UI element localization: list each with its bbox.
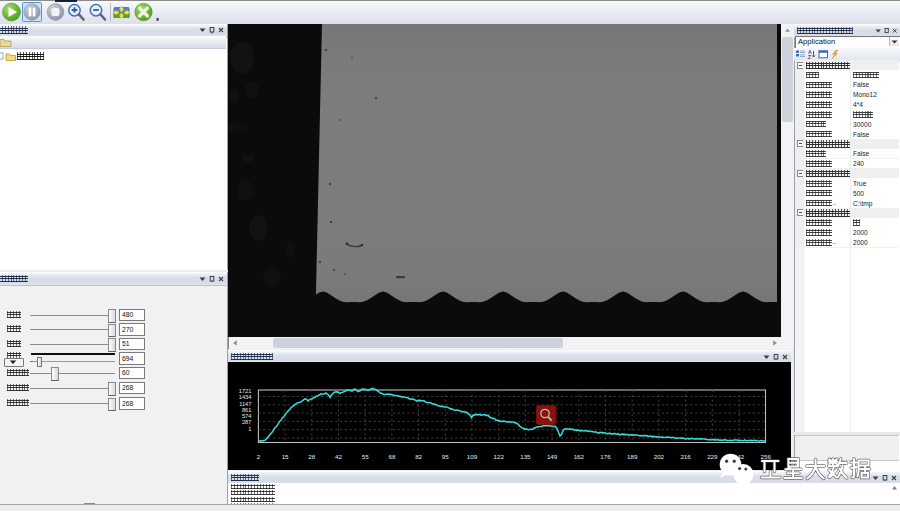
svg-text:Z: Z (808, 53, 811, 58)
